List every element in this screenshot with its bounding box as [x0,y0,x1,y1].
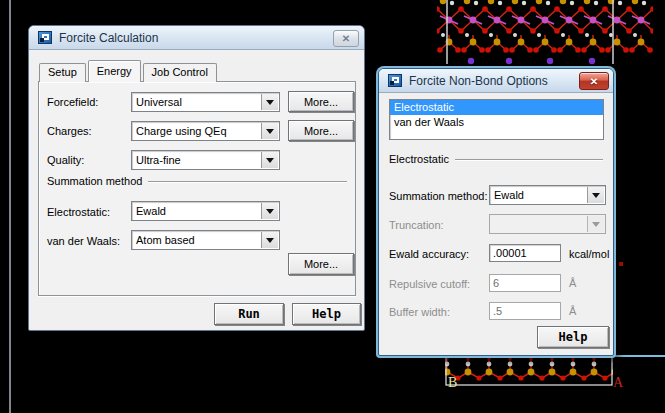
help-button[interactable]: Help [537,326,609,348]
forcefield-label: Forcefield: [47,96,98,108]
chevron-down-icon[interactable] [261,123,278,139]
repulsive-cutoff-unit: Å [569,277,576,289]
ewald-accuracy-input[interactable] [489,244,561,262]
tab-energy[interactable]: Energy [88,60,141,82]
forcefield-select[interactable]: Universal [131,92,280,112]
group-separator [455,159,603,160]
axis-label-a: A [613,375,624,390]
ewald-accuracy-label: Ewald accuracy: [389,248,469,260]
chevron-down-icon[interactable] [261,203,278,219]
charges-label: Charges: [47,125,92,137]
list-item-vdw[interactable]: van der Waals [390,115,603,130]
titlebar[interactable]: Forcite Non-Bond Options ✕ [379,69,613,93]
summation-method-select[interactable]: Ewald [489,185,606,205]
repulsive-cutoff-label: Repulsive cutoff: [389,278,470,290]
buffer-width-input [489,302,561,320]
summation-method-label: Summation method: [389,190,487,202]
help-button[interactable]: Help [292,303,361,325]
close-icon: ✕ [342,33,350,44]
charges-more-button[interactable]: More... [288,120,354,141]
electrostatic-label: Electrostatic: [47,206,110,218]
summation-group-label: Summation method [47,175,142,187]
dialog-title: Forcite Non-Bond Options [409,74,548,88]
vdw-label: van der Waals: [47,235,120,247]
axis-label-b: B [448,375,457,390]
chevron-down-icon[interactable] [261,232,278,248]
buffer-width-label: Buffer width: [389,306,450,318]
close-icon: ✕ [590,76,598,87]
dialog-title: Forcite Calculation [59,31,158,45]
electrostatic-group: Electrostatic [389,153,603,165]
list-item-electrostatic[interactable]: Electrostatic [390,100,603,115]
chevron-down-icon[interactable] [261,152,278,168]
quality-select[interactable]: Ultra-fine [131,150,280,170]
viewer-window-edge [9,0,11,413]
electrostatic-group-label: Electrostatic [389,153,449,165]
materials-studio-icon [388,74,402,87]
ewald-accuracy-unit: kcal/mol [569,248,609,260]
truncation-select [489,214,606,234]
molecular-structure-bottom: B A [437,356,637,396]
run-button[interactable]: Run [214,303,284,325]
close-button[interactable]: ✕ [333,30,359,47]
vdw-select[interactable]: Atom based [131,230,280,250]
desktop-background: B A Forcite Calculation ✕ Setup Energy J… [0,0,665,413]
close-button[interactable]: ✕ [579,72,609,90]
energy-tab-panel: Forcefield: Universal More... Charges: C… [38,81,356,296]
tab-bar: Setup Energy Job Control [39,60,219,82]
molecular-structure-top [437,0,653,66]
materials-studio-icon [38,31,52,44]
summation-more-button[interactable]: More... [288,253,354,275]
titlebar[interactable]: Forcite Calculation ✕ [29,26,364,50]
tab-setup[interactable]: Setup [39,63,86,82]
tab-job-control[interactable]: Job Control [143,63,217,82]
structure-fragment [619,262,623,266]
forcite-calculation-dialog: Forcite Calculation ✕ Setup Energy Job C… [28,25,365,331]
truncation-label: Truncation: [389,219,444,231]
quality-label: Quality: [47,154,84,166]
forcite-non-bond-options-dialog: Forcite Non-Bond Options ✕ Electrostatic… [378,68,614,356]
charges-select[interactable]: Charge using QEq [131,121,280,141]
chevron-down-icon [587,216,604,232]
summation-method-group: Summation method [47,175,347,187]
buffer-width-unit: Å [569,305,576,317]
chevron-down-icon[interactable] [587,187,604,203]
group-separator [148,181,347,182]
forcefield-more-button[interactable]: More... [288,91,354,112]
chevron-down-icon[interactable] [261,94,278,110]
electrostatic-select[interactable]: Ewald [131,201,280,221]
repulsive-cutoff-input [489,274,561,292]
interaction-type-list[interactable]: Electrostatic van der Waals [389,99,604,140]
